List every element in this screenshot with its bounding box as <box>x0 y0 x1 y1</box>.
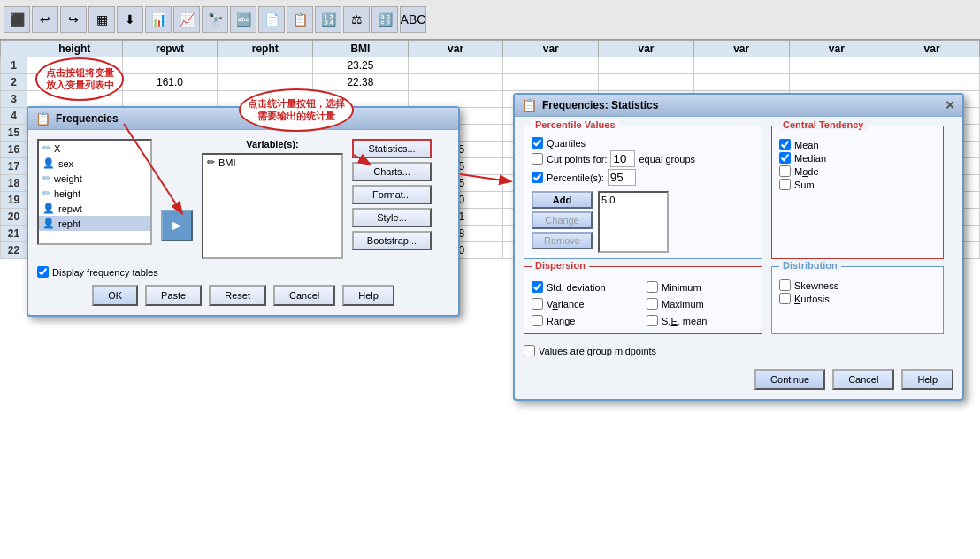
col-header-repht[interactable]: repht <box>218 41 313 57</box>
row-number[interactable]: 4 <box>1 108 27 125</box>
toolbar-icon-clipboard[interactable]: 📋 <box>287 6 313 33</box>
cell[interactable] <box>503 74 599 91</box>
row-number[interactable]: 21 <box>1 226 27 242</box>
cell[interactable] <box>789 57 884 74</box>
row-number[interactable]: 2 <box>1 74 27 91</box>
cutpoints-input[interactable] <box>610 150 635 167</box>
row-number[interactable]: 3 <box>1 91 27 108</box>
row-number[interactable]: 22 <box>1 242 27 259</box>
source-var-item[interactable]: 👤repht <box>39 216 150 231</box>
col-header-var1[interactable]: var <box>408 41 503 57</box>
toolbar-icon-sort[interactable]: 🔡 <box>371 6 398 33</box>
toolbar-icon-scale[interactable]: ⚖ <box>343 6 370 33</box>
cancel-button[interactable]: Cancel <box>273 285 335 306</box>
cell[interactable] <box>884 57 980 74</box>
remove-percentile-button[interactable]: Remove <box>532 232 593 249</box>
change-percentile-button[interactable]: Change <box>532 211 593 229</box>
median-checkbox[interactable] <box>779 152 791 164</box>
toolbar-icon-num[interactable]: 🔢 <box>315 6 341 33</box>
row-number[interactable]: 15 <box>1 125 27 142</box>
cell[interactable] <box>218 57 313 74</box>
col-header-var5[interactable]: var <box>789 41 884 57</box>
cell[interactable]: 161.0 <box>122 74 218 91</box>
cell[interactable] <box>408 57 503 74</box>
toolbar-icon-table[interactable]: ⬛ <box>4 6 30 33</box>
bootstrap-button[interactable]: Bootstrap... <box>352 231 432 250</box>
close-button[interactable]: ✕ <box>945 98 955 112</box>
help-button[interactable]: Help <box>342 285 394 306</box>
cell[interactable] <box>122 91 218 108</box>
quartiles-checkbox[interactable] <box>532 137 543 149</box>
col-header-height[interactable]: height <box>27 41 123 57</box>
source-variable-list[interactable]: ✏X👤sex✏weight✏height👤repwt👤repht <box>37 139 152 245</box>
row-number[interactable]: 18 <box>1 175 27 192</box>
col-header-repwt[interactable]: repwt <box>122 41 218 57</box>
kurtosis-checkbox[interactable] <box>779 293 791 304</box>
toolbar-icon-doc[interactable]: 📄 <box>258 6 285 33</box>
row-number[interactable]: 17 <box>1 158 27 175</box>
cutpoints-checkbox[interactable] <box>532 153 543 165</box>
cell[interactable] <box>599 57 694 74</box>
range-checkbox[interactable] <box>532 315 543 326</box>
cell[interactable] <box>408 74 503 91</box>
col-header-var6[interactable]: var <box>884 41 980 57</box>
mode-checkbox[interactable] <box>779 165 791 177</box>
mean-checkbox[interactable] <box>779 139 791 150</box>
cell[interactable]: 22.38 <box>313 74 409 91</box>
stats-cancel-button[interactable]: Cancel <box>832 369 894 390</box>
col-header-var3[interactable]: var <box>599 41 694 57</box>
toolbar-icon-chart2[interactable]: 📈 <box>173 6 200 33</box>
stats-help-button[interactable]: Help <box>901 369 953 390</box>
percentile-values-list[interactable]: 5.0 <box>598 191 669 253</box>
col-header-bmi[interactable]: BMI <box>313 41 409 57</box>
source-var-item[interactable]: ✏weight <box>39 171 150 186</box>
toolbar-icon-undo[interactable]: ↩ <box>32 6 58 33</box>
col-header-var4[interactable]: var <box>693 41 789 57</box>
std-dev-checkbox[interactable] <box>532 281 543 293</box>
style-button[interactable]: Style... <box>352 208 432 227</box>
cell[interactable] <box>789 74 884 91</box>
cell[interactable] <box>122 57 218 74</box>
cell[interactable] <box>693 57 789 74</box>
row-number[interactable]: 16 <box>1 142 27 158</box>
selected-var-bmi[interactable]: ✏ BMI <box>203 155 341 170</box>
charts-button[interactable]: Charts... <box>352 162 432 181</box>
toolbar-icon-text[interactable]: 🔤 <box>230 6 256 33</box>
display-freq-checkbox[interactable] <box>37 266 49 278</box>
toolbar-icon-grid[interactable]: ▦ <box>88 6 115 33</box>
se-mean-checkbox[interactable] <box>647 315 658 326</box>
cell[interactable] <box>599 74 694 91</box>
ok-button[interactable]: OK <box>92 285 138 306</box>
percentiles-checkbox[interactable] <box>532 172 543 183</box>
cell[interactable] <box>693 74 789 91</box>
statistics-button[interactable]: Statistics... <box>352 139 432 158</box>
reset-button[interactable]: Reset <box>209 285 266 306</box>
toolbar-icon-redo[interactable]: ↪ <box>60 6 87 33</box>
source-var-item[interactable]: ✏X <box>39 141 150 156</box>
source-var-item[interactable]: 👤sex <box>39 156 150 171</box>
maximum-checkbox[interactable] <box>647 298 658 310</box>
toolbar-icon-abc[interactable]: ABC <box>400 6 426 33</box>
col-header-var2[interactable]: var <box>503 41 599 57</box>
source-var-item[interactable]: ✏height <box>39 186 150 201</box>
cell[interactable] <box>408 91 503 108</box>
variance-checkbox[interactable] <box>532 298 543 310</box>
add-percentile-button[interactable]: Add <box>532 191 593 209</box>
row-number[interactable]: 1 <box>1 57 27 74</box>
continue-button[interactable]: Continue <box>754 369 825 390</box>
source-var-item[interactable]: 👤repwt <box>39 201 150 216</box>
move-variable-button[interactable]: ► <box>161 210 193 241</box>
cell[interactable] <box>884 74 980 91</box>
toolbar-icon-down[interactable]: ⬇ <box>117 6 143 33</box>
paste-button[interactable]: Paste <box>145 285 202 306</box>
row-number[interactable]: 19 <box>1 192 27 209</box>
midpoints-checkbox[interactable] <box>524 345 535 356</box>
selected-variable-list[interactable]: ✏ BMI <box>202 153 343 259</box>
row-number[interactable]: 20 <box>1 209 27 226</box>
toolbar-icon-chart1[interactable]: 📊 <box>145 6 172 33</box>
sum-checkbox[interactable] <box>779 179 791 190</box>
percentiles-input[interactable] <box>608 169 636 186</box>
toolbar-icon-binoculars[interactable]: 🔭 <box>202 6 228 33</box>
format-button[interactable]: Format... <box>352 185 432 204</box>
cell[interactable]: 23.25 <box>313 57 409 74</box>
